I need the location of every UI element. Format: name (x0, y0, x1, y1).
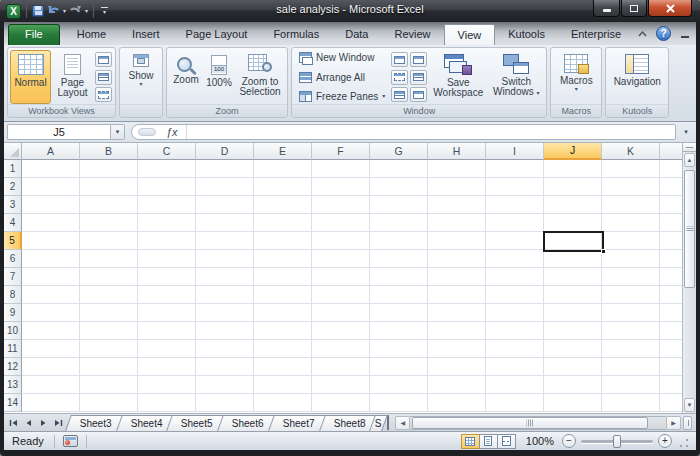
cell-D2[interactable] (196, 178, 254, 196)
show-button[interactable]: Show ▾ (122, 50, 160, 104)
cell-C10[interactable] (138, 322, 196, 340)
cell-partial-1[interactable] (660, 160, 682, 178)
redo-icon[interactable] (69, 5, 82, 17)
row-header-5[interactable]: 5 (4, 232, 22, 250)
cell-D3[interactable] (196, 196, 254, 214)
cell-G4[interactable] (370, 214, 428, 232)
cell-I2[interactable] (486, 178, 544, 196)
reset-window-position-button[interactable] (410, 87, 427, 102)
cell-E14[interactable] (254, 394, 312, 412)
last-sheet-button[interactable] (51, 416, 65, 430)
macros-button[interactable]: Macros ▾ (553, 50, 599, 104)
cell-E9[interactable] (254, 304, 312, 322)
cell-G3[interactable] (370, 196, 428, 214)
cell-partial-14[interactable] (660, 394, 682, 412)
cell-E10[interactable] (254, 322, 312, 340)
cell-partial-5[interactable] (660, 232, 682, 250)
page-layout-view-button[interactable]: Page Layout (51, 50, 94, 104)
cell-E13[interactable] (254, 376, 312, 394)
fill-handle[interactable] (601, 249, 606, 254)
tab-formulas[interactable]: Formulas (260, 24, 332, 45)
cell-A4[interactable] (22, 214, 80, 232)
cell-I3[interactable] (486, 196, 544, 214)
cell-partial-2[interactable] (660, 178, 682, 196)
row-header-1[interactable]: 1 (4, 160, 22, 178)
row-header-3[interactable]: 3 (4, 196, 22, 214)
horizontal-scrollbar[interactable]: ◀ ▶ (395, 416, 692, 430)
cell-J1[interactable] (544, 160, 602, 178)
cell-H7[interactable] (428, 268, 486, 286)
collapse-ribbon-icon[interactable] (634, 27, 650, 41)
previous-sheet-button[interactable] (21, 416, 35, 430)
cell-I12[interactable] (486, 358, 544, 376)
row-header-9[interactable]: 9 (4, 304, 22, 322)
cell-K3[interactable] (602, 196, 660, 214)
cell-B7[interactable] (80, 268, 138, 286)
cell-E4[interactable] (254, 214, 312, 232)
cell-B1[interactable] (80, 160, 138, 178)
cell-partial-8[interactable] (660, 286, 682, 304)
custom-views-button[interactable] (95, 70, 112, 85)
tab-split-handle[interactable] (387, 415, 391, 430)
column-header-i[interactable]: I (486, 143, 544, 160)
insert-function-button[interactable]: ƒx (164, 125, 187, 139)
cell-C1[interactable] (138, 160, 196, 178)
cell-F7[interactable] (312, 268, 370, 286)
cell-A14[interactable] (22, 394, 80, 412)
cell-C6[interactable] (138, 250, 196, 268)
undo-icon[interactable] (47, 5, 60, 17)
cell-G2[interactable] (370, 178, 428, 196)
cell-C3[interactable] (138, 196, 196, 214)
split-button[interactable] (391, 52, 408, 67)
cell-B3[interactable] (80, 196, 138, 214)
cell-K4[interactable] (602, 214, 660, 232)
cell-C14[interactable] (138, 394, 196, 412)
row-header-11[interactable]: 11 (4, 340, 22, 358)
cell-A13[interactable] (22, 376, 80, 394)
cell-D1[interactable] (196, 160, 254, 178)
cell-F1[interactable] (312, 160, 370, 178)
freeze-panes-button[interactable]: Freeze Panes ▾ (296, 90, 388, 103)
synchronous-scrolling-button[interactable] (410, 70, 427, 85)
cell-G14[interactable] (370, 394, 428, 412)
row-header-6[interactable]: 6 (4, 250, 22, 268)
tab-home[interactable]: Home (64, 24, 119, 45)
cell-C4[interactable] (138, 214, 196, 232)
cell-F14[interactable] (312, 394, 370, 412)
cell-partial-7[interactable] (660, 268, 682, 286)
column-header-c[interactable]: C (138, 143, 196, 160)
cell-H4[interactable] (428, 214, 486, 232)
cell-J3[interactable] (544, 196, 602, 214)
cell-D12[interactable] (196, 358, 254, 376)
cell-F5[interactable] (312, 232, 370, 250)
undo-dropdown-icon[interactable]: ▾ (63, 8, 66, 14)
help-icon[interactable]: ? (656, 26, 671, 41)
customize-quick-access-icon[interactable]: ▾ (101, 7, 108, 15)
cell-partial-10[interactable] (660, 322, 682, 340)
cell-I6[interactable] (486, 250, 544, 268)
horizontal-scroll-thumb[interactable] (412, 417, 647, 429)
cell-F4[interactable] (312, 214, 370, 232)
cell-J11[interactable] (544, 340, 602, 358)
cell-F8[interactable] (312, 286, 370, 304)
cell-H9[interactable] (428, 304, 486, 322)
scroll-left-button[interactable]: ◀ (395, 416, 410, 430)
cell-partial-11[interactable] (660, 340, 682, 358)
cell-K10[interactable] (602, 322, 660, 340)
vertical-scroll-thumb[interactable] (684, 170, 695, 288)
cell-G9[interactable] (370, 304, 428, 322)
switch-windows-button[interactable]: Switch Windows ▾ (488, 50, 544, 104)
cell-H12[interactable] (428, 358, 486, 376)
cell-K1[interactable] (602, 160, 660, 178)
cell-A1[interactable] (22, 160, 80, 178)
column-header-g[interactable]: G (370, 143, 428, 160)
column-header-h[interactable]: H (428, 143, 486, 160)
cell-C13[interactable] (138, 376, 196, 394)
cell-F12[interactable] (312, 358, 370, 376)
cell-H2[interactable] (428, 178, 486, 196)
cell-D8[interactable] (196, 286, 254, 304)
cell-G10[interactable] (370, 322, 428, 340)
expand-formula-bar-button[interactable]: ▾ (679, 124, 693, 140)
cell-J10[interactable] (544, 322, 602, 340)
cell-F2[interactable] (312, 178, 370, 196)
